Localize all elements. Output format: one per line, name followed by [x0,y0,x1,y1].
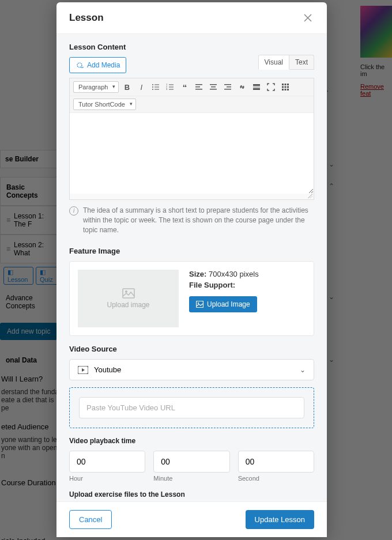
content-help-row: i The idea of a summary is a short text … [56,200,327,238]
blockquote-button[interactable]: “ [178,81,191,93]
bullet-list-button[interactable] [149,81,162,93]
svg-text:3: 3 [166,88,168,90]
close-icon [304,14,312,22]
italic-button[interactable]: I [135,81,148,93]
youtube-icon [78,366,88,374]
second-input[interactable] [238,451,314,473]
svg-rect-14 [195,86,200,88]
resize-handle[interactable] [70,194,314,199]
svg-rect-2 [154,85,159,85]
add-media-button[interactable]: Add Media [69,57,126,73]
upload-image-button[interactable]: Upload Image [189,296,257,312]
toolbar-toggle-icon [281,83,289,91]
svg-rect-18 [210,89,217,90]
svg-rect-28 [282,86,284,88]
video-source-select[interactable]: Youtube ⌄ [69,359,314,380]
support-label: File Support: [189,281,235,289]
align-center-icon [209,83,217,91]
editor-toolbar-row-2: Tutor ShortCode [70,96,314,113]
content-textarea[interactable] [70,113,314,194]
svg-rect-29 [285,86,287,88]
svg-rect-24 [253,88,260,90]
feature-image-label: Feature Image [56,238,327,261]
fullscreen-button[interactable] [265,81,277,93]
lesson-modal: Lesson Lesson Content Visual Text Add Me… [56,2,327,537]
svg-point-35 [125,290,127,293]
video-url-input[interactable] [79,397,304,418]
numbered-list-button[interactable]: 123 [164,81,176,93]
update-lesson-button[interactable]: Update Lesson [246,510,314,529]
cancel-button[interactable]: Cancel [69,510,112,529]
svg-rect-26 [285,84,287,85]
media-icon [76,61,84,69]
align-center-button[interactable] [207,81,220,93]
close-button[interactable] [301,12,314,24]
playback-time-label: Video playback time [56,428,327,451]
numbered-list-icon: 123 [166,83,174,91]
content-help-text: The idea of a summary is a short text to… [83,206,314,235]
align-left-button[interactable] [193,81,205,93]
svg-rect-19 [224,84,231,85]
image-meta: Size: 700x430 pixels File Support: Uploa… [189,270,306,312]
size-label: Size: [189,270,206,278]
svg-rect-4 [154,87,159,88]
modal-body: Lesson Content Visual Text Add Media Par… [56,34,327,501]
svg-rect-6 [154,89,159,90]
tab-text[interactable]: Text [289,55,314,70]
image-upload-icon [196,301,203,308]
fullscreen-icon [267,83,275,91]
image-icon [122,288,135,299]
link-icon [238,83,246,91]
video-source-label: Video Source [56,336,327,359]
svg-point-37 [198,303,199,304]
align-left-icon [195,83,203,91]
hour-input[interactable] [69,451,145,473]
shortcode-select[interactable]: Tutor ShortCode [73,99,136,110]
editor-toolbar-row-1: Paragraph B I 123 “ [70,78,314,96]
add-media-label: Add Media [87,61,120,69]
svg-rect-16 [210,84,217,85]
rich-text-editor: Paragraph B I 123 “ [69,78,314,200]
size-value: 700x430 pixels [209,270,259,278]
image-upload-placeholder[interactable]: Upload image [78,270,179,327]
svg-rect-20 [227,86,231,88]
svg-rect-15 [195,89,202,90]
video-url-box [69,387,314,428]
link-button[interactable] [236,81,248,93]
format-select[interactable]: Paragraph [73,81,119,93]
svg-rect-22 [253,84,260,86]
svg-rect-32 [285,89,287,90]
readmore-icon [252,83,261,91]
second-label: Second [238,475,314,482]
upload-image-label: Upload Image [207,300,250,308]
modal-header: Lesson [56,2,327,34]
toolbar-toggle-button[interactable] [279,81,292,93]
bold-button[interactable]: B [120,81,133,93]
modal-footer: Cancel Update Lesson [56,501,327,537]
playback-time-row: Hour Minute Second [69,451,314,482]
svg-rect-8 [169,85,174,85]
chevron-down-icon: ⌄ [300,366,306,374]
align-right-button[interactable] [221,81,234,93]
minute-label: Minute [153,475,229,482]
svg-rect-13 [195,84,202,85]
tab-visual[interactable]: Visual [258,55,289,70]
align-right-icon [224,83,232,91]
svg-rect-31 [282,89,284,90]
placeholder-text: Upload image [107,301,149,309]
svg-point-1 [152,84,153,85]
svg-rect-12 [169,89,174,90]
svg-point-0 [77,63,82,67]
svg-rect-34 [123,289,134,298]
readmore-button[interactable] [250,81,263,93]
svg-rect-21 [224,89,231,90]
svg-rect-33 [287,89,289,90]
exercise-files-label: Upload exercise files to the Lesson [56,482,327,501]
lesson-content-label: Lesson Content [56,34,327,57]
svg-rect-27 [287,84,289,85]
info-icon: i [69,206,78,216]
svg-rect-17 [211,86,216,88]
minute-input[interactable] [153,451,229,473]
feature-image-card: Upload image Size: 700x430 pixels File S… [69,261,314,336]
svg-rect-23 [253,87,260,88]
